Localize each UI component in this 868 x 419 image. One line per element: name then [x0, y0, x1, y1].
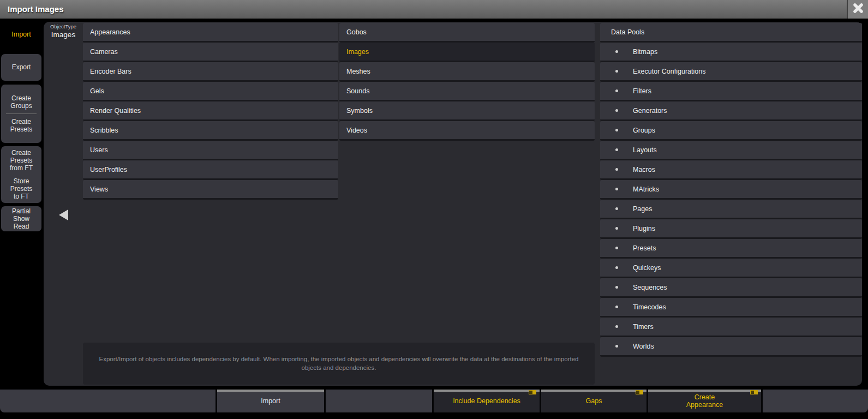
- data-pool-item[interactable]: Groups: [600, 121, 862, 141]
- dialog-body: ObjectType Images Appearances Cameras En…: [44, 22, 862, 386]
- bullet-icon: [615, 227, 618, 230]
- data-pool-item[interactable]: Layouts: [600, 141, 862, 160]
- data-pool-item[interactable]: Timers: [600, 318, 862, 337]
- bullet-icon: [615, 129, 618, 131]
- bullet-icon: [615, 345, 618, 348]
- list-item[interactable]: Sounds: [339, 82, 595, 101]
- sidebar-group-ft: Create Presets from FT Store Presets to …: [1, 146, 41, 203]
- list-item[interactable]: Meshes: [339, 62, 595, 82]
- list-item[interactable]: Scribbles: [83, 121, 338, 141]
- close-icon: [853, 3, 864, 16]
- bottom-bar-spacer: [0, 390, 215, 412]
- objecttype-label: ObjectType: [44, 23, 83, 29]
- list-item[interactable]: Gels: [83, 82, 338, 101]
- list-item[interactable]: Symbols: [339, 101, 595, 121]
- titlebar: Import Images: [0, 0, 868, 19]
- sidebar-tab-import[interactable]: Import: [0, 31, 43, 38]
- data-pools-list: Data Pools Bitmaps Executor Configuratio…: [600, 23, 862, 357]
- import-button[interactable]: Import: [217, 390, 324, 412]
- dependency-info-text: Export/Import of objects includes depend…: [83, 343, 595, 385]
- sidebar-tab-create-presets-from-ft[interactable]: Create Presets from FT: [10, 149, 33, 172]
- bottom-action-bar: Import Include Dependencies Gaps Create …: [0, 390, 868, 412]
- list-item[interactable]: Encoder Bars: [83, 62, 338, 82]
- data-pool-item[interactable]: Pages: [600, 200, 862, 219]
- sidebar: Import Export Create Groups Create Prese…: [0, 19, 43, 390]
- toggle-indicator-icon: [750, 390, 758, 394]
- bottom-bar-spacer: [326, 390, 432, 412]
- list-item[interactable]: UserProfiles: [83, 160, 338, 180]
- sidebar-group-create: Create Groups Create Presets: [1, 85, 41, 143]
- data-pool-item[interactable]: Timecodes: [600, 298, 862, 318]
- list-item[interactable]: Views: [83, 180, 338, 200]
- bullet-icon: [615, 50, 618, 53]
- bullet-icon: [615, 89, 618, 92]
- bullet-icon: [615, 325, 618, 328]
- toggle-indicator-icon: [529, 390, 536, 394]
- toggle-indicator-icon: [636, 390, 643, 394]
- list-item[interactable]: Videos: [339, 121, 595, 141]
- data-pool-item[interactable]: Executor Configurations: [600, 62, 862, 82]
- data-pool-item[interactable]: Worlds: [600, 337, 862, 357]
- sidebar-tab-partial-show-read[interactable]: Partial Show Read: [1, 206, 41, 231]
- divider: [6, 113, 37, 114]
- sidebar-tab-create-presets[interactable]: Create Presets: [10, 118, 33, 133]
- objecttype-value: Images: [44, 31, 83, 39]
- sidebar-tab-store-presets-to-ft[interactable]: Store Presets to FT: [10, 177, 33, 200]
- include-dependencies-toggle[interactable]: Include Dependencies: [434, 390, 540, 412]
- gaps-toggle[interactable]: Gaps: [541, 390, 646, 412]
- sidebar-tab-export[interactable]: Export: [1, 54, 41, 81]
- list-item[interactable]: Cameras: [83, 43, 338, 62]
- window-title: Import Images: [8, 4, 64, 14]
- sidebar-tab-create-groups[interactable]: Create Groups: [10, 94, 32, 110]
- data-pool-item[interactable]: Sequences: [600, 278, 862, 298]
- data-pool-item[interactable]: Macros: [600, 160, 862, 180]
- list-item[interactable]: Render Qualities: [83, 101, 338, 121]
- create-appearance-toggle[interactable]: Create Appearance: [648, 390, 761, 412]
- data-pool-item[interactable]: Plugins: [600, 219, 862, 239]
- bullet-icon: [615, 168, 618, 171]
- data-pool-item[interactable]: Generators: [600, 101, 862, 121]
- object-type-list-right: Gobos Images Meshes Sounds Symbols Video…: [339, 23, 595, 141]
- bullet-icon: [615, 207, 618, 210]
- data-pool-item[interactable]: Presets: [600, 239, 862, 259]
- data-pools-header: Data Pools: [600, 23, 862, 43]
- bullet-icon: [615, 188, 618, 190]
- data-pool-item[interactable]: Filters: [600, 82, 862, 101]
- bullet-icon: [615, 266, 618, 269]
- bullet-icon: [615, 148, 618, 151]
- list-item[interactable]: Users: [83, 141, 338, 160]
- bullet-icon: [615, 286, 618, 289]
- data-pool-item[interactable]: Quickeys: [600, 259, 862, 278]
- bullet-icon: [615, 70, 618, 73]
- close-button[interactable]: [847, 0, 868, 19]
- list-item-selected[interactable]: Images: [339, 43, 595, 62]
- bullet-icon: [615, 306, 618, 308]
- bottom-bar-spacer: [763, 390, 868, 412]
- list-item[interactable]: Gobos: [339, 23, 595, 43]
- data-pool-item[interactable]: Bitmaps: [600, 43, 862, 62]
- object-type-list-left: Appearances Cameras Encoder Bars Gels Re…: [83, 23, 338, 200]
- collapse-left-arrow-icon[interactable]: [59, 210, 68, 220]
- list-item[interactable]: Appearances: [83, 23, 338, 43]
- data-pool-item[interactable]: MAtricks: [600, 180, 862, 200]
- bullet-icon: [615, 109, 618, 112]
- bullet-icon: [615, 247, 618, 249]
